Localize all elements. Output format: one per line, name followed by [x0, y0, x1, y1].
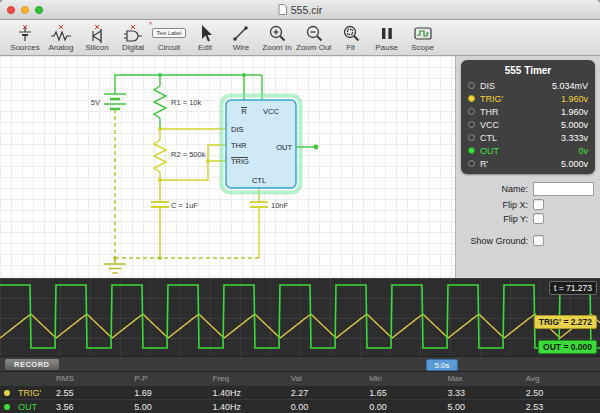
pin-values-panel: 555 Timer DIS 5.034mV TRIG' 1.960v THR 1…: [461, 60, 595, 174]
battery-label: 5V: [91, 98, 100, 107]
pin-reset-label: R: [241, 107, 247, 116]
flip-x-checkbox[interactable]: [533, 199, 544, 210]
window-title: 555.cir: [291, 4, 323, 16]
trig-signal-dot-icon: [4, 390, 10, 396]
ground-symbol[interactable]: [104, 258, 126, 273]
toolbar-label: Analog: [49, 43, 74, 52]
zoom-in-icon: [268, 24, 286, 43]
pin-name: R': [480, 159, 488, 169]
show-ground-checkbox[interactable]: [533, 235, 544, 246]
timescale-chip[interactable]: 5.0s: [426, 359, 458, 371]
toolbar-label: Sources: [10, 43, 39, 52]
pin-ctl-label: CTL: [252, 176, 266, 185]
toolbar-analog[interactable]: Analog: [44, 24, 78, 52]
minimize-button[interactable]: [21, 6, 29, 14]
pin-value: 1.960v: [561, 94, 588, 104]
pin-value: 3.333v: [561, 133, 588, 143]
close-button[interactable]: [7, 6, 15, 14]
toolbar-label: Edit: [198, 43, 212, 52]
record-button[interactable]: RECORD: [4, 358, 60, 371]
pin-value: 5.034mV: [552, 81, 588, 91]
pin-radio-icon[interactable]: [468, 160, 475, 167]
pin-name: VCC: [480, 120, 499, 130]
cursor-icon: [197, 24, 213, 43]
pin-row-reset[interactable]: R' 5.000v: [461, 157, 595, 170]
wire-icon: [232, 24, 250, 43]
pin-vcc-label: VCC: [263, 107, 279, 116]
scope-wave-trig: [0, 314, 600, 338]
inspector-title: 555 Timer: [461, 63, 595, 79]
toolbar-label: Digital: [122, 43, 144, 52]
flip-y-checkbox[interactable]: [533, 213, 544, 224]
pin-value: 0v: [578, 146, 588, 156]
pin-row-ctl[interactable]: CTL 3.333v: [461, 131, 595, 144]
toolbar-digital[interactable]: Digital: [116, 24, 150, 52]
properties-form: Name: Flip X: Flip Y: Show Ground:: [456, 178, 600, 250]
toolbar-label: Zoom Out: [296, 43, 332, 52]
pin-row-out[interactable]: OUT 0v: [461, 144, 595, 157]
window-controls: [7, 6, 43, 14]
stats-row-trig[interactable]: TRIG' 2.55 1.69 1.40Hz 2.27 1.65 3.33 2.…: [0, 385, 600, 399]
scope-display[interactable]: t = 71.273 TRIG' = 2.272 OUT = 0.000: [0, 278, 600, 356]
toolbar-wire[interactable]: Wire: [224, 24, 258, 52]
pin-radio-icon[interactable]: [468, 134, 475, 141]
toolbar: Sources Analog Silicon: [0, 20, 600, 56]
toolbar-label: Silicon: [85, 43, 109, 52]
pin-radio-icon[interactable]: [468, 147, 475, 154]
toolbar-sources[interactable]: Sources: [8, 24, 42, 52]
scope-icon: [413, 24, 433, 43]
resistor-r1[interactable]: [154, 75, 166, 129]
flip-y-label: Flip Y:: [462, 214, 528, 224]
pause-icon: [380, 24, 394, 43]
battery-5v[interactable]: [104, 94, 126, 109]
zoom-out-icon: [305, 24, 323, 43]
c2-label: 10nF: [271, 201, 289, 210]
pin-value: 5.000v: [561, 159, 588, 169]
toolbar-fit[interactable]: Fit: [334, 24, 368, 52]
toolbar-label: Circuit: [158, 43, 181, 52]
pin-row-dis[interactable]: DIS 5.034mV: [461, 79, 595, 92]
capacitor-c1[interactable]: [151, 180, 169, 258]
name-input[interactable]: [533, 182, 594, 196]
stats-header-row: RMS P-P Freq Val Min Max Avg: [0, 372, 600, 385]
trig-value-badge: TRIG' = 2.272: [534, 315, 597, 329]
pin-radio-icon[interactable]: [468, 95, 475, 102]
diode-icon: [87, 24, 107, 43]
document-icon: [278, 4, 287, 15]
pin-name: THR: [480, 107, 499, 117]
pin-radio-icon[interactable]: [468, 82, 475, 89]
toolbar-scope[interactable]: Scope: [406, 24, 440, 52]
toolbar-silicon[interactable]: Silicon: [80, 24, 114, 52]
pin-radio-icon[interactable]: [468, 121, 475, 128]
toolbar-zoom-out[interactable]: Zoom Out: [296, 24, 332, 52]
scope-controls: RECORD 5.0s: [0, 356, 600, 372]
pin-name: CTL: [480, 133, 497, 143]
pin-value: 5.000v: [561, 120, 588, 130]
chip-555[interactable]: R VCC DIS THR TRIG CTL OUT: [226, 100, 296, 188]
flip-x-label: Flip X:: [462, 200, 528, 210]
zoom-window-button[interactable]: [35, 6, 43, 14]
pin-out-label: OUT: [276, 143, 292, 152]
pin-dis-label: DIS: [231, 125, 244, 134]
toolbar-label: Wire: [233, 43, 249, 52]
resistor-icon: [50, 24, 72, 43]
toolbar-text-label[interactable]: Text Label ✕ Circuit: [152, 24, 186, 52]
out-signal-dot-icon: [4, 404, 10, 410]
circuit-canvas[interactable]: 5V R1 = 10k: [0, 56, 456, 278]
titlebar: 555.cir: [0, 0, 600, 20]
capacitor-c2[interactable]: [250, 188, 268, 258]
wire-top-rail[interactable]: [115, 75, 262, 94]
show-ground-label: Show Ground:: [462, 236, 528, 246]
pin-trig-label: TRIG: [231, 157, 249, 166]
pin-row-thr[interactable]: THR 1.960v: [461, 105, 595, 118]
pin-row-trig[interactable]: TRIG' 1.960v: [461, 92, 595, 105]
toolbar-zoom-in[interactable]: Zoom In: [260, 24, 294, 52]
toolbar-edit[interactable]: Edit: [188, 24, 222, 52]
resistor-r2[interactable]: [154, 129, 166, 180]
c1-label: C = 1uF: [171, 201, 198, 210]
pin-radio-icon[interactable]: [468, 108, 475, 115]
toolbar-pause[interactable]: Pause: [370, 24, 404, 52]
pin-row-vcc[interactable]: VCC 5.000v: [461, 118, 595, 131]
toolbar-label: Pause: [375, 43, 398, 52]
stats-row-out[interactable]: OUT 3.56 5.00 1.40Hz 0.00 0.00 5.00 2.53: [0, 399, 600, 413]
